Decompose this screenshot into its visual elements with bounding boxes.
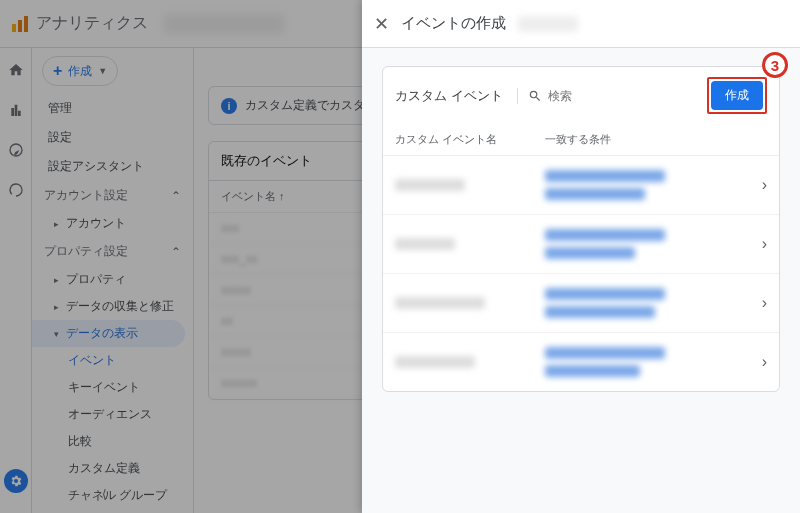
create-event-panel: ✕ イベントの作成 カスタム イベント 作成 カスタム イベント名 一致する条件 (362, 0, 800, 513)
chevron-right-icon: › (754, 235, 767, 253)
annotation-step-3: 3 (762, 52, 788, 78)
panel-subtitle (518, 16, 578, 32)
event-row[interactable]: › (383, 156, 779, 215)
custom-events-card: カスタム イベント 作成 カスタム イベント名 一致する条件 › (382, 66, 780, 392)
event-row[interactable]: › (383, 274, 779, 333)
search-input[interactable] (548, 89, 697, 103)
panel-header: ✕ イベントの作成 (362, 0, 800, 48)
close-icon[interactable]: ✕ (374, 13, 389, 35)
create-event-button[interactable]: 作成 (711, 81, 763, 110)
panel-title: イベントの作成 (401, 14, 506, 33)
card-title: カスタム イベント (395, 87, 503, 105)
search-field[interactable] (517, 88, 697, 104)
search-icon (528, 88, 542, 104)
col-conditions: 一致する条件 (545, 132, 767, 147)
event-row[interactable]: › (383, 215, 779, 274)
create-button-highlight: 作成 (707, 77, 767, 114)
chevron-right-icon: › (754, 353, 767, 371)
event-row[interactable]: › (383, 333, 779, 391)
chevron-right-icon: › (754, 176, 767, 194)
chevron-right-icon: › (754, 294, 767, 312)
col-custom-event-name: カスタム イベント名 (395, 132, 545, 147)
